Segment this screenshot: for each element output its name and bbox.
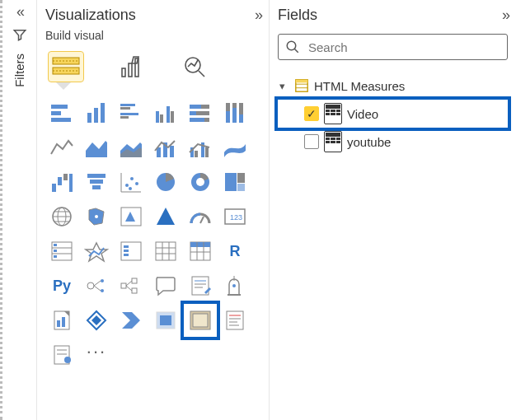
svg-line-8 xyxy=(199,71,204,77)
analytics-tab[interactable] xyxy=(177,52,212,82)
pie-chart-icon[interactable] xyxy=(149,166,182,198)
svg-rect-19 xyxy=(156,111,159,123)
field-row[interactable]: ✓Video xyxy=(278,100,508,128)
key-influencers-icon[interactable] xyxy=(80,269,113,302)
fields-search-input[interactable] xyxy=(307,40,500,55)
field-checkbox[interactable] xyxy=(304,134,319,149)
svg-rect-87 xyxy=(156,242,176,260)
svg-rect-16 xyxy=(120,107,130,110)
format-tab[interactable] xyxy=(113,52,148,82)
custom-visual-2-icon[interactable] xyxy=(218,304,251,337)
svg-rect-106 xyxy=(132,288,137,293)
card-icon[interactable]: 123 xyxy=(218,200,251,233)
svg-line-104 xyxy=(126,286,132,291)
filled-map-icon[interactable] xyxy=(80,200,113,233)
field-checkbox[interactable]: ✓ xyxy=(304,106,319,121)
line-stacked-column-icon[interactable] xyxy=(149,131,182,164)
decomposition-tree-icon[interactable] xyxy=(115,269,148,302)
svg-line-136 xyxy=(294,49,298,53)
collapse-fields-chevron[interactable]: » xyxy=(502,7,508,24)
collapse-visualizations-chevron[interactable]: » xyxy=(255,7,260,24)
donut-chart-icon[interactable] xyxy=(184,166,217,198)
kpi-icon[interactable] xyxy=(80,235,113,268)
slicer-icon[interactable] xyxy=(115,235,148,268)
qa-visual-icon[interactable] xyxy=(149,269,182,302)
svg-rect-102 xyxy=(121,283,126,288)
map-icon[interactable] xyxy=(45,200,78,233)
funnel-chart-icon[interactable] xyxy=(80,166,113,198)
svg-marker-120 xyxy=(91,315,101,325)
hundred-stacked-column-icon[interactable] xyxy=(218,96,251,129)
clustered-bar-chart-icon[interactable] xyxy=(115,96,148,129)
svg-line-103 xyxy=(126,281,132,286)
field-row[interactable]: youtube xyxy=(278,128,508,156)
stacked-area-chart-icon[interactable] xyxy=(115,131,148,164)
svg-rect-116 xyxy=(57,320,60,327)
svg-rect-85 xyxy=(124,250,129,252)
paginated-report-icon[interactable] xyxy=(45,304,78,337)
custom-visual-3-icon[interactable] xyxy=(45,338,78,371)
svg-point-101 xyxy=(101,289,104,292)
html-content-visual-icon[interactable] xyxy=(184,304,217,337)
get-more-visuals-icon[interactable]: ··· xyxy=(80,338,113,371)
svg-rect-125 xyxy=(193,314,208,327)
svg-marker-72 xyxy=(157,208,175,225)
stacked-column-chart-icon[interactable] xyxy=(80,96,113,129)
svg-rect-48 xyxy=(69,174,73,192)
table-row[interactable]: ▾ HTML Measures xyxy=(278,72,508,100)
svg-point-54 xyxy=(125,184,129,187)
ribbon-chart-icon[interactable] xyxy=(218,131,251,164)
stacked-bar-chart-icon[interactable] xyxy=(45,96,78,129)
svg-rect-12 xyxy=(87,113,91,123)
svg-point-97 xyxy=(87,282,94,289)
tab-pointer xyxy=(55,82,72,90)
power-apps-icon[interactable] xyxy=(80,304,113,337)
svg-rect-42 xyxy=(195,151,198,157)
line-chart-icon[interactable] xyxy=(45,131,78,164)
svg-rect-49 xyxy=(87,174,106,178)
svg-rect-15 xyxy=(120,104,135,106)
fields-search-box[interactable] xyxy=(278,34,508,60)
svg-rect-44 xyxy=(205,147,209,157)
svg-rect-61 xyxy=(225,173,237,191)
field-name: youtube xyxy=(347,135,391,149)
arcgis-map-icon[interactable] xyxy=(149,200,182,233)
goals-icon[interactable] xyxy=(218,269,251,302)
hundred-stacked-bar-icon[interactable] xyxy=(184,96,217,129)
filters-icon xyxy=(12,27,27,42)
scatter-chart-icon[interactable] xyxy=(115,166,148,198)
smart-narrative-icon[interactable] xyxy=(184,269,217,302)
svg-text:123: 123 xyxy=(230,213,242,222)
waterfall-chart-icon[interactable] xyxy=(45,166,78,198)
field-name: Video xyxy=(347,107,378,121)
python-visual-icon[interactable]: Py xyxy=(45,269,78,302)
matrix-icon[interactable] xyxy=(184,235,217,268)
multi-row-card-icon[interactable] xyxy=(45,235,78,268)
svg-rect-34 xyxy=(239,114,243,123)
r-visual-icon[interactable]: R xyxy=(218,235,251,268)
fields-title: Fields xyxy=(278,7,317,24)
azure-map-icon[interactable] xyxy=(115,200,148,233)
measure-icon xyxy=(324,103,342,124)
gauge-icon[interactable] xyxy=(184,200,217,233)
svg-rect-20 xyxy=(160,114,163,123)
custom-visual-1-icon[interactable] xyxy=(149,304,182,337)
treemap-icon[interactable] xyxy=(218,166,251,198)
svg-marker-35 xyxy=(86,141,107,157)
svg-rect-14 xyxy=(101,103,105,123)
svg-line-99 xyxy=(94,286,101,291)
svg-rect-93 xyxy=(190,242,210,247)
svg-rect-140 xyxy=(296,80,307,83)
clustered-column-chart-icon[interactable] xyxy=(149,96,182,129)
table-icon[interactable] xyxy=(149,235,182,268)
svg-rect-28 xyxy=(190,118,204,122)
svg-marker-121 xyxy=(122,312,140,329)
area-chart-icon[interactable] xyxy=(80,131,113,164)
svg-point-56 xyxy=(135,182,138,185)
power-automate-icon[interactable] xyxy=(115,304,148,337)
table-name: HTML Measures xyxy=(314,79,405,93)
filters-pane-label[interactable]: Filters xyxy=(12,54,26,87)
build-visual-tab[interactable] xyxy=(49,52,83,82)
expand-filters-chevron[interactable]: « xyxy=(16,3,22,21)
line-clustered-column-icon[interactable] xyxy=(184,131,217,164)
